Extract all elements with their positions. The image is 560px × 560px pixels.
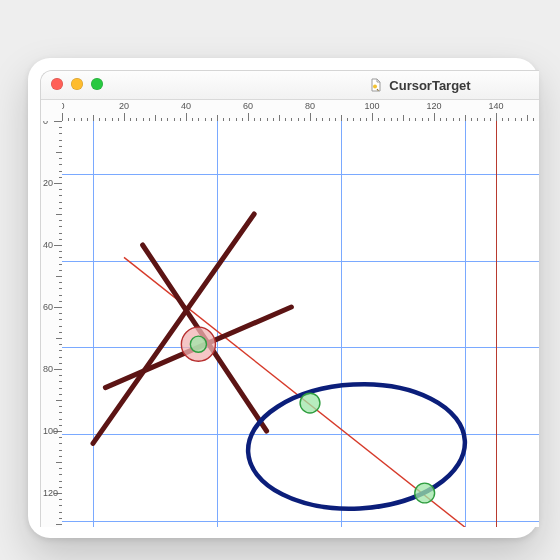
ruler-top-label: 140 (488, 101, 503, 111)
titlebar[interactable]: CursorTarget (41, 71, 539, 100)
minimize-icon[interactable] (71, 78, 83, 90)
ruler-top-label: 60 (243, 101, 253, 111)
ruler-left-label: 20 (43, 178, 53, 188)
title-wrap: CursorTarget (369, 78, 470, 93)
ruler-left-label: 40 (43, 240, 53, 250)
ruler-top-label: 40 (181, 101, 191, 111)
ruler-left-label: 0 (43, 121, 48, 126)
ruler-left-label: 120 (43, 488, 58, 498)
drawing-canvas[interactable] (62, 121, 539, 527)
ruler-left-label: 100 (43, 426, 58, 436)
svg-point-0 (373, 85, 377, 89)
document-icon (369, 78, 383, 92)
stroke-segment-1[interactable] (93, 214, 254, 443)
ruler-top-label: 80 (305, 101, 315, 111)
ruler-top-label: 0 (62, 101, 65, 111)
ruler-corner (41, 100, 63, 122)
window-title: CursorTarget (389, 78, 470, 93)
app-window: CursorTarget 020406080100120140 02040608… (40, 70, 539, 527)
zoom-icon[interactable] (91, 78, 103, 90)
window-controls (51, 78, 103, 90)
ruler-top-label: 120 (426, 101, 441, 111)
intersection-point-3[interactable] (415, 483, 435, 503)
ruler-horizontal[interactable]: 020406080100120140 (62, 100, 539, 122)
ruler-left-label: 80 (43, 364, 53, 374)
ruler-left-label: 60 (43, 302, 53, 312)
intersection-point-1[interactable] (190, 336, 206, 352)
canvas-drawing (62, 121, 539, 527)
ruler-vertical[interactable]: 020406080100120140 (41, 121, 63, 527)
ruler-top-label: 20 (119, 101, 129, 111)
guide-vertical[interactable] (496, 121, 497, 527)
intersection-point-2[interactable] (300, 393, 320, 413)
ruler-top-label: 100 (364, 101, 379, 111)
content-area: 020406080100120140 020406080100120140 (41, 100, 539, 527)
close-icon[interactable] (51, 78, 63, 90)
